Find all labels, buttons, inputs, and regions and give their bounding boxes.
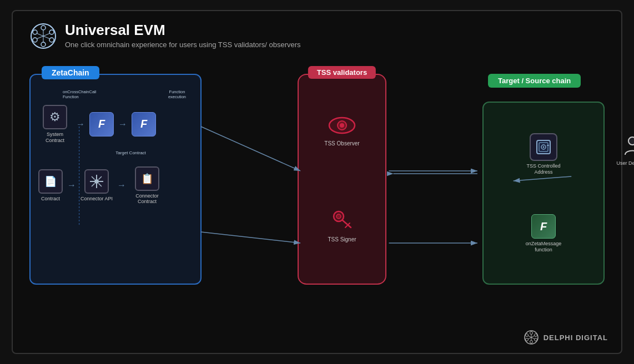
svg-point-48 [525, 338, 528, 341]
svg-line-15 [92, 176, 95, 180]
delphi-brand: DELPHI DIGITAL [524, 330, 608, 345]
svg-line-18 [99, 183, 102, 186]
svg-point-23 [336, 214, 341, 219]
tss-label: TSS validators [308, 66, 376, 79]
on-zeta-message-label: onZetaMessage function [521, 241, 566, 253]
tss-observer-label: TSS Observer [324, 140, 359, 146]
diagram: ZetaChain onCrossChainCall Function Func… [29, 60, 605, 299]
svg-point-1 [41, 26, 46, 30]
delphi-logo-icon [524, 330, 539, 345]
gear-icon: ⚙ [49, 110, 61, 124]
svg-point-30 [543, 146, 545, 148]
svg-line-26 [345, 225, 348, 228]
tss-signer: TSS Signer [328, 206, 356, 242]
function-execution: F [132, 112, 156, 136]
target-label-badge: Target / Source chain [488, 74, 581, 88]
tss-signer-label: TSS Signer [328, 236, 356, 242]
right-section: Target / Source chain TSS [482, 74, 605, 285]
system-contract-label: System Contract [38, 132, 72, 144]
connector-contract-label: Connector Contract [130, 193, 164, 205]
page-title: Universal EVM [65, 22, 301, 38]
f-icon-1: F [89, 112, 114, 136]
zetachain-logo-icon [29, 22, 57, 50]
target-contract-sublabel: Target Contract [115, 150, 146, 155]
arrow-4: → [117, 180, 126, 190]
svg-point-21 [340, 123, 344, 128]
tss-controlled-label: TSS Controlled Address [521, 163, 566, 175]
page-subtitle: One click omnichain experience for users… [65, 41, 301, 49]
svg-point-3 [33, 30, 37, 34]
svg-line-16 [99, 176, 102, 180]
svg-point-49 [534, 338, 537, 341]
header: Universal EVM One click omnichain experi… [29, 22, 605, 50]
key-icon-wrapper [330, 206, 354, 233]
eye-icon-wrapper [328, 116, 356, 137]
connector-contract: 📋 Connector Contract [130, 166, 164, 205]
user-icon [624, 136, 634, 158]
zetachain-label: ZetaChain [42, 66, 99, 79]
svg-point-10 [94, 179, 99, 184]
tss-controlled-address: TSS Controlled Address [521, 133, 566, 175]
connector-api-icon [84, 169, 109, 194]
arrow-2: → [118, 119, 127, 129]
document-icon: 📄 [44, 175, 57, 188]
svg-point-46 [525, 334, 528, 337]
target-contract: F [89, 112, 114, 136]
arrow-1: → [76, 119, 85, 129]
safe-icon [530, 133, 557, 161]
user-deposits-label: User Deposits [616, 160, 634, 166]
target-box: TSS Controlled Address F onZetaMessage f… [482, 102, 605, 285]
svg-point-47 [534, 334, 537, 337]
svg-point-4 [49, 30, 54, 34]
svg-line-39 [201, 232, 300, 243]
zetachain-box: ZetaChain onCrossChainCall Function Func… [29, 74, 202, 285]
connector-contract-icon: 📋 [135, 166, 159, 191]
tss-observer: TSS Observer [324, 116, 359, 146]
delphi-text: DELPHI DIGITAL [544, 333, 608, 342]
contract: 📄 Contract [38, 169, 63, 202]
svg-point-5 [33, 38, 37, 42]
svg-line-17 [92, 183, 95, 186]
doc-icon-2: 📋 [141, 173, 153, 185]
on-zeta-message: F onZetaMessage function [521, 214, 566, 253]
zeta-bottom-row: 📄 Contract → [38, 166, 193, 205]
f-icon-2: F [132, 112, 156, 136]
connector-api: Connector API [80, 169, 113, 202]
svg-point-2 [41, 42, 46, 47]
header-text: Universal EVM One click omnichain experi… [65, 22, 301, 49]
on-cross-chain-label: onCrossChainCall Function [63, 89, 107, 99]
system-contract-icon: ⚙ [43, 105, 67, 129]
svg-line-36 [201, 127, 300, 171]
contract-label: Contract [41, 196, 60, 202]
function-execution-label: Function execution [160, 89, 194, 99]
system-contract: ⚙ System Contract [38, 105, 72, 144]
svg-point-32 [628, 137, 634, 145]
svg-point-44 [530, 332, 532, 335]
slide-container: Universal EVM One click omnichain experi… [12, 10, 622, 354]
target-source-label: Target / Source chain [488, 74, 581, 88]
f-icon-green: F [531, 214, 556, 239]
tss-box: TSS validators TSS Observer [298, 74, 386, 285]
svg-point-45 [530, 341, 532, 343]
svg-point-6 [49, 38, 54, 42]
arrow-3: → [67, 180, 76, 190]
contract-icon: 📄 [38, 169, 63, 194]
connector-api-label: Connector API [80, 196, 113, 202]
user-deposits: User Deposits [616, 136, 634, 166]
